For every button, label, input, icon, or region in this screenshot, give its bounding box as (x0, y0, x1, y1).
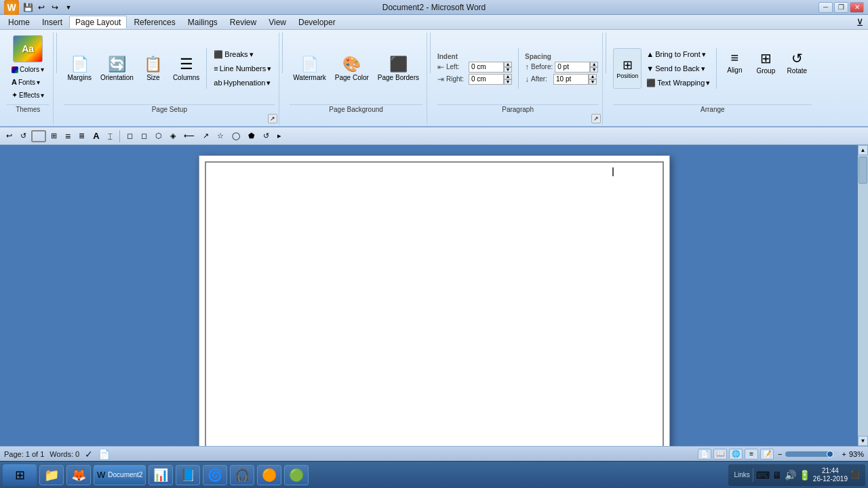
layout-icon[interactable]: 📄 (98, 449, 110, 460)
colors-btn[interactable]: Colors ▾ (8, 64, 47, 75)
draw-btn-0[interactable]: ↩ (3, 129, 16, 142)
menu-view[interactable]: View (263, 16, 292, 28)
office-logo[interactable]: W (4, 0, 19, 15)
taskbar-app2[interactable]: 📊 (149, 465, 173, 485)
draw-btn-5[interactable]: ≣ (75, 129, 88, 142)
tray-battery-icon[interactable]: 🔋 (799, 470, 810, 481)
restore-btn[interactable]: ❐ (834, 2, 848, 13)
menu-page-layout[interactable]: Page Layout (69, 16, 127, 28)
web-layout-btn[interactable]: 🌐 (729, 449, 743, 460)
draw-btn-2[interactable] (31, 130, 46, 142)
document-page[interactable]: I (199, 155, 670, 446)
full-reading-btn[interactable]: 📖 (713, 449, 727, 460)
outline-btn[interactable]: ≡ (745, 449, 758, 460)
breaks-btn[interactable]: ⬛ Breaks ▾ (210, 48, 275, 61)
tray-clock[interactable]: 21:44 26-12-2019 (813, 467, 848, 483)
indent-left-up[interactable]: ▲ (504, 62, 512, 67)
text-wrapping-btn[interactable]: ⬛ Text Wrapping ▾ (643, 77, 713, 89)
ribbon-expand-btn[interactable]: ⊻ (854, 17, 865, 28)
undo-quick-btn[interactable]: ↩ (35, 1, 47, 14)
menu-developer[interactable]: Developer (293, 16, 341, 28)
close-btn[interactable]: ✕ (850, 2, 864, 13)
themes-btn[interactable]: Aa Colors ▾ A Fonts ▾ (7, 34, 49, 103)
taskbar-app3[interactable]: 📘 (176, 465, 200, 485)
taskbar-ie[interactable]: 🦊 (66, 465, 91, 485)
menu-mailings[interactable]: Mailings (182, 16, 223, 28)
menu-insert[interactable]: Insert (37, 16, 68, 28)
draw-btn-7[interactable]: ⌶ (104, 130, 116, 142)
zoom-out-btn[interactable]: − (778, 450, 782, 458)
spacing-after-down[interactable]: ▼ (589, 79, 597, 85)
indent-left-input[interactable]: 0 cm (469, 62, 504, 73)
send-to-back-btn[interactable]: ▼ Send to Back ▾ (643, 62, 713, 75)
draw-btn-13[interactable]: ↗ (199, 129, 212, 142)
minimize-btn[interactable]: ─ (818, 2, 833, 13)
tray-keyboard-icon[interactable]: ⌨ (756, 470, 770, 481)
draw-btn-14[interactable]: ☆ (214, 129, 227, 142)
taskbar-app7[interactable]: 🟢 (284, 465, 309, 485)
draw-btn-15[interactable]: ◯ (229, 129, 243, 142)
save-quick-btn[interactable]: 💾 (22, 1, 34, 14)
position-btn[interactable]: ⊞ Position (613, 48, 642, 89)
zoom-in-btn[interactable]: + (842, 450, 846, 458)
draw-btn-18[interactable]: ▸ (274, 129, 285, 142)
draw-btn-12[interactable]: ⟵ (180, 129, 198, 142)
tray-network-icon[interactable]: 🖥 (772, 470, 782, 481)
taskbar-word[interactable]: W Document2 (94, 465, 146, 485)
draw-btn-10[interactable]: ⬡ (152, 129, 165, 142)
page-setup-expand-btn[interactable]: ↗ (268, 114, 277, 123)
taskbar-app6[interactable]: 🟠 (257, 465, 281, 485)
margins-btn[interactable]: 📄 Margins (64, 54, 95, 83)
watermark-btn[interactable]: 📄 Watermark (290, 54, 330, 83)
draw-btn-4[interactable]: ≡ (62, 129, 74, 144)
indent-left-down[interactable]: ▼ (504, 67, 512, 73)
print-layout-btn[interactable]: 📄 (698, 449, 711, 460)
size-btn[interactable]: 📋 Size (139, 54, 167, 83)
paragraph-expand-btn[interactable]: ↗ (591, 114, 601, 123)
menu-home[interactable]: Home (3, 16, 35, 28)
taskbar-explorer[interactable]: 📁 (39, 465, 64, 485)
spacing-after-input[interactable]: 10 pt (553, 74, 589, 85)
draw-btn-3[interactable]: ⊞ (47, 129, 60, 142)
draft-btn[interactable]: 📝 (760, 449, 774, 460)
hyphenation-btn[interactable]: ab Hyphenation ▾ (210, 77, 275, 89)
group-btn[interactable]: ⊞ Group (751, 48, 781, 77)
indent-right-down[interactable]: ▼ (504, 79, 512, 85)
spell-icon[interactable]: ✓ (85, 449, 93, 460)
spacing-before-down[interactable]: ▼ (590, 67, 598, 73)
draw-btn-11[interactable]: ◈ (167, 129, 179, 142)
zoom-thumb[interactable] (827, 451, 833, 458)
columns-btn[interactable]: ☰ Columns (170, 54, 203, 83)
orientation-btn[interactable]: 🔄 Orientation (97, 54, 137, 83)
scroll-thumb[interactable] (859, 157, 867, 184)
draw-btn-1[interactable]: ↺ (17, 129, 30, 142)
draw-btn-17[interactable]: ↺ (260, 129, 273, 142)
rotate-btn[interactable]: ↺ Rotate (782, 48, 812, 77)
taskbar-app4[interactable]: 🌀 (203, 465, 227, 485)
tray-volume-icon[interactable]: 🔊 (785, 470, 796, 481)
menu-references[interactable]: References (128, 16, 180, 28)
spacing-before-input[interactable]: 0 pt (555, 62, 590, 73)
zoom-slider[interactable] (785, 451, 840, 457)
page-borders-btn[interactable]: ⬛ Page Borders (374, 54, 422, 83)
align-btn[interactable]: ≡ Align (719, 48, 749, 76)
spacing-before-up[interactable]: ▲ (590, 62, 598, 67)
line-numbers-btn[interactable]: ≡ Line Numbers ▾ (210, 62, 275, 75)
draw-btn-9[interactable]: ◻ (138, 129, 151, 142)
show-desktop-icon[interactable]: ⬛ (850, 470, 860, 479)
menu-review[interactable]: Review (224, 16, 262, 28)
spacing-after-up[interactable]: ▲ (589, 74, 597, 79)
redo-quick-btn[interactable]: ↪ (49, 1, 61, 14)
draw-btn-6[interactable]: A (90, 129, 102, 143)
draw-btn-16[interactable]: ⬟ (245, 129, 258, 142)
start-btn[interactable]: ⊞ (3, 464, 37, 486)
indent-right-up[interactable]: ▲ (504, 74, 512, 79)
page-color-btn[interactable]: 🎨 Page Color (332, 54, 372, 83)
draw-btn-8[interactable]: ◻ (123, 129, 136, 142)
scroll-down-btn[interactable]: ▼ (858, 436, 868, 446)
scroll-track[interactable] (858, 155, 868, 436)
indent-right-input[interactable]: 0 cm (469, 74, 504, 85)
fonts-btn[interactable]: A Fonts ▾ (8, 76, 47, 88)
scroll-up-btn[interactable]: ▲ (858, 145, 868, 155)
bring-to-front-btn[interactable]: ▲ Bring to Front ▾ (643, 48, 713, 61)
